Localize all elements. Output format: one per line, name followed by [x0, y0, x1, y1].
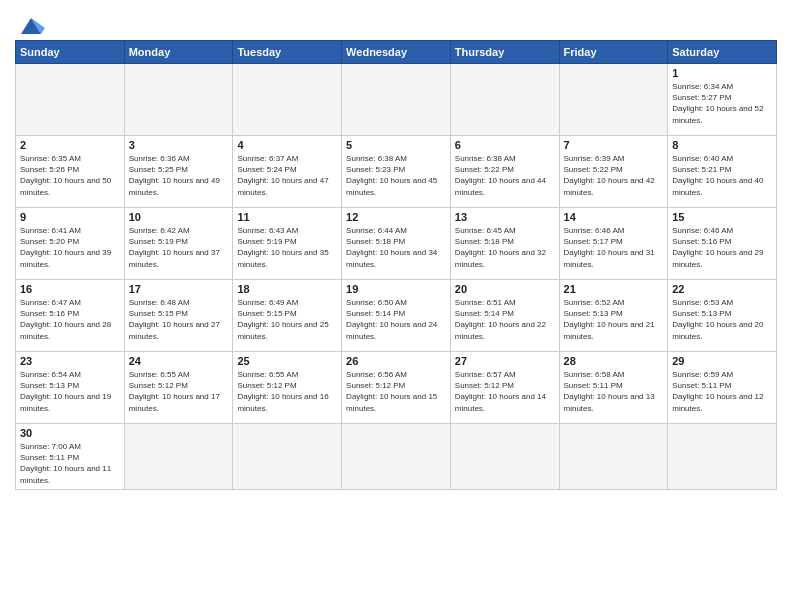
- day-info: Sunrise: 6:39 AM Sunset: 5:22 PM Dayligh…: [564, 153, 664, 198]
- day-info: Sunrise: 6:45 AM Sunset: 5:18 PM Dayligh…: [455, 225, 555, 270]
- calendar-cell: 7Sunrise: 6:39 AM Sunset: 5:22 PM Daylig…: [559, 136, 668, 208]
- day-info: Sunrise: 6:41 AM Sunset: 5:20 PM Dayligh…: [20, 225, 120, 270]
- day-info: Sunrise: 6:58 AM Sunset: 5:11 PM Dayligh…: [564, 369, 664, 414]
- calendar-cell: 22Sunrise: 6:53 AM Sunset: 5:13 PM Dayli…: [668, 280, 777, 352]
- weekday-header-row: SundayMondayTuesdayWednesdayThursdayFrid…: [16, 41, 777, 64]
- day-number: 8: [672, 139, 772, 151]
- header: [15, 10, 777, 34]
- weekday-wednesday: Wednesday: [342, 41, 451, 64]
- calendar-cell: 3Sunrise: 6:36 AM Sunset: 5:25 PM Daylig…: [124, 136, 233, 208]
- weekday-monday: Monday: [124, 41, 233, 64]
- calendar-cell: 25Sunrise: 6:55 AM Sunset: 5:12 PM Dayli…: [233, 352, 342, 424]
- logo-icon: [17, 14, 45, 38]
- day-info: Sunrise: 6:38 AM Sunset: 5:22 PM Dayligh…: [455, 153, 555, 198]
- weekday-sunday: Sunday: [16, 41, 125, 64]
- week-row-1: 2Sunrise: 6:35 AM Sunset: 5:26 PM Daylig…: [16, 136, 777, 208]
- day-info: Sunrise: 6:34 AM Sunset: 5:27 PM Dayligh…: [672, 81, 772, 126]
- day-info: Sunrise: 6:53 AM Sunset: 5:13 PM Dayligh…: [672, 297, 772, 342]
- calendar-cell: 5Sunrise: 6:38 AM Sunset: 5:23 PM Daylig…: [342, 136, 451, 208]
- day-number: 10: [129, 211, 229, 223]
- week-row-3: 16Sunrise: 6:47 AM Sunset: 5:16 PM Dayli…: [16, 280, 777, 352]
- day-number: 24: [129, 355, 229, 367]
- week-row-0: 1Sunrise: 6:34 AM Sunset: 5:27 PM Daylig…: [16, 64, 777, 136]
- calendar-cell: 26Sunrise: 6:56 AM Sunset: 5:12 PM Dayli…: [342, 352, 451, 424]
- day-info: Sunrise: 6:46 AM Sunset: 5:16 PM Dayligh…: [672, 225, 772, 270]
- calendar-cell: 29Sunrise: 6:59 AM Sunset: 5:11 PM Dayli…: [668, 352, 777, 424]
- calendar-cell: [124, 64, 233, 136]
- calendar-cell: 19Sunrise: 6:50 AM Sunset: 5:14 PM Dayli…: [342, 280, 451, 352]
- day-info: Sunrise: 6:38 AM Sunset: 5:23 PM Dayligh…: [346, 153, 446, 198]
- calendar-cell: [450, 64, 559, 136]
- day-info: Sunrise: 6:55 AM Sunset: 5:12 PM Dayligh…: [237, 369, 337, 414]
- week-row-2: 9Sunrise: 6:41 AM Sunset: 5:20 PM Daylig…: [16, 208, 777, 280]
- calendar-cell: [559, 64, 668, 136]
- day-info: Sunrise: 6:36 AM Sunset: 5:25 PM Dayligh…: [129, 153, 229, 198]
- day-info: Sunrise: 6:44 AM Sunset: 5:18 PM Dayligh…: [346, 225, 446, 270]
- day-info: Sunrise: 6:43 AM Sunset: 5:19 PM Dayligh…: [237, 225, 337, 270]
- day-info: Sunrise: 6:47 AM Sunset: 5:16 PM Dayligh…: [20, 297, 120, 342]
- day-info: Sunrise: 6:35 AM Sunset: 5:26 PM Dayligh…: [20, 153, 120, 198]
- calendar-cell: 18Sunrise: 6:49 AM Sunset: 5:15 PM Dayli…: [233, 280, 342, 352]
- calendar-cell: 14Sunrise: 6:46 AM Sunset: 5:17 PM Dayli…: [559, 208, 668, 280]
- calendar-cell: 28Sunrise: 6:58 AM Sunset: 5:11 PM Dayli…: [559, 352, 668, 424]
- calendar-cell: [16, 64, 125, 136]
- calendar-cell: 11Sunrise: 6:43 AM Sunset: 5:19 PM Dayli…: [233, 208, 342, 280]
- day-number: 7: [564, 139, 664, 151]
- calendar-cell: 1Sunrise: 6:34 AM Sunset: 5:27 PM Daylig…: [668, 64, 777, 136]
- calendar-cell: 4Sunrise: 6:37 AM Sunset: 5:24 PM Daylig…: [233, 136, 342, 208]
- day-number: 17: [129, 283, 229, 295]
- weekday-friday: Friday: [559, 41, 668, 64]
- day-info: Sunrise: 6:48 AM Sunset: 5:15 PM Dayligh…: [129, 297, 229, 342]
- calendar-cell: 13Sunrise: 6:45 AM Sunset: 5:18 PM Dayli…: [450, 208, 559, 280]
- calendar-cell: [124, 424, 233, 490]
- day-number: 18: [237, 283, 337, 295]
- calendar-cell: [559, 424, 668, 490]
- day-number: 9: [20, 211, 120, 223]
- calendar-cell: [668, 424, 777, 490]
- day-number: 20: [455, 283, 555, 295]
- calendar-cell: 27Sunrise: 6:57 AM Sunset: 5:12 PM Dayli…: [450, 352, 559, 424]
- calendar-cell: [233, 424, 342, 490]
- calendar-cell: 15Sunrise: 6:46 AM Sunset: 5:16 PM Dayli…: [668, 208, 777, 280]
- day-info: Sunrise: 6:37 AM Sunset: 5:24 PM Dayligh…: [237, 153, 337, 198]
- day-number: 19: [346, 283, 446, 295]
- day-number: 15: [672, 211, 772, 223]
- day-info: Sunrise: 6:52 AM Sunset: 5:13 PM Dayligh…: [564, 297, 664, 342]
- calendar-cell: 8Sunrise: 6:40 AM Sunset: 5:21 PM Daylig…: [668, 136, 777, 208]
- day-number: 23: [20, 355, 120, 367]
- calendar-cell: 12Sunrise: 6:44 AM Sunset: 5:18 PM Dayli…: [342, 208, 451, 280]
- day-number: 28: [564, 355, 664, 367]
- day-number: 30: [20, 427, 120, 439]
- day-info: Sunrise: 6:42 AM Sunset: 5:19 PM Dayligh…: [129, 225, 229, 270]
- day-number: 3: [129, 139, 229, 151]
- week-row-5: 30Sunrise: 7:00 AM Sunset: 5:11 PM Dayli…: [16, 424, 777, 490]
- calendar-cell: 2Sunrise: 6:35 AM Sunset: 5:26 PM Daylig…: [16, 136, 125, 208]
- day-number: 29: [672, 355, 772, 367]
- calendar-cell: 23Sunrise: 6:54 AM Sunset: 5:13 PM Dayli…: [16, 352, 125, 424]
- day-number: 1: [672, 67, 772, 79]
- calendar-cell: 10Sunrise: 6:42 AM Sunset: 5:19 PM Dayli…: [124, 208, 233, 280]
- day-info: Sunrise: 6:54 AM Sunset: 5:13 PM Dayligh…: [20, 369, 120, 414]
- weekday-tuesday: Tuesday: [233, 41, 342, 64]
- calendar-cell: 24Sunrise: 6:55 AM Sunset: 5:12 PM Dayli…: [124, 352, 233, 424]
- calendar-cell: 17Sunrise: 6:48 AM Sunset: 5:15 PM Dayli…: [124, 280, 233, 352]
- day-info: Sunrise: 7:00 AM Sunset: 5:11 PM Dayligh…: [20, 441, 120, 486]
- calendar-cell: [342, 424, 451, 490]
- day-number: 22: [672, 283, 772, 295]
- day-number: 16: [20, 283, 120, 295]
- day-number: 25: [237, 355, 337, 367]
- day-number: 27: [455, 355, 555, 367]
- calendar-cell: 9Sunrise: 6:41 AM Sunset: 5:20 PM Daylig…: [16, 208, 125, 280]
- calendar-cell: [450, 424, 559, 490]
- calendar-cell: 16Sunrise: 6:47 AM Sunset: 5:16 PM Dayli…: [16, 280, 125, 352]
- calendar-cell: [342, 64, 451, 136]
- day-number: 5: [346, 139, 446, 151]
- day-info: Sunrise: 6:51 AM Sunset: 5:14 PM Dayligh…: [455, 297, 555, 342]
- calendar-cell: [233, 64, 342, 136]
- day-number: 4: [237, 139, 337, 151]
- logo: [15, 14, 45, 34]
- calendar-cell: 30Sunrise: 7:00 AM Sunset: 5:11 PM Dayli…: [16, 424, 125, 490]
- day-info: Sunrise: 6:57 AM Sunset: 5:12 PM Dayligh…: [455, 369, 555, 414]
- day-number: 2: [20, 139, 120, 151]
- day-number: 6: [455, 139, 555, 151]
